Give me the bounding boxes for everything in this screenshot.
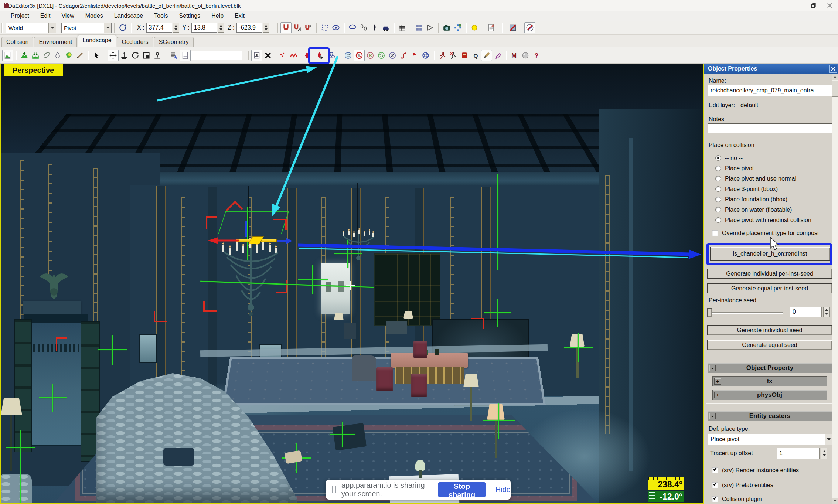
- name-input[interactable]: reichchancellery_cmp_079_main_entra: [708, 85, 832, 96]
- z-coord-spinner[interactable]: [263, 23, 269, 33]
- pin-icon[interactable]: [369, 22, 380, 33]
- viewport-3d[interactable]: W S N E 238.4° -12.0° Perspective: [0, 64, 704, 504]
- water-drop-icon[interactable]: [52, 50, 63, 61]
- generate-individual-seed-button[interactable]: Generate individual seed: [707, 325, 832, 335]
- chevron-down-icon[interactable]: [825, 434, 832, 445]
- radio-place-pivot-normal-label[interactable]: Place pivot and use normal: [725, 176, 796, 182]
- radio-place-foundation-label[interactable]: Place foundation (bbox): [725, 196, 787, 203]
- select-cursor-icon[interactable]: [91, 50, 102, 61]
- render-instance-checkbox[interactable]: [712, 467, 718, 473]
- red-points-icon[interactable]: [277, 50, 288, 61]
- notes-input[interactable]: [708, 123, 832, 133]
- menu-view[interactable]: View: [56, 12, 79, 20]
- gizmo-arrow-right[interactable]: [276, 237, 292, 245]
- menu-landscape[interactable]: Landscape: [109, 12, 149, 20]
- composite-icon[interactable]: [326, 50, 337, 61]
- no-entity-icon[interactable]: [354, 50, 365, 61]
- sphere-wire-icon[interactable]: [420, 50, 431, 61]
- raise-terrain-icon[interactable]: [19, 50, 30, 61]
- grid-blocks-icon[interactable]: [413, 22, 425, 33]
- generate-equal-seed-button[interactable]: Generate equal seed: [707, 340, 832, 350]
- cone-icon[interactable]: [425, 22, 436, 33]
- radio-place-rendinst[interactable]: [715, 217, 721, 223]
- viewport-label[interactable]: Perspective: [4, 64, 63, 76]
- menu-tools[interactable]: Tools: [149, 12, 173, 20]
- entity-x-icon[interactable]: [365, 50, 376, 61]
- panel-close-icon[interactable]: [829, 65, 837, 73]
- radio-place-pivot-label[interactable]: Place pivot: [725, 165, 754, 172]
- seed-value-input[interactable]: 0: [790, 307, 822, 317]
- world-select[interactable]: World: [6, 23, 56, 33]
- object-property-header[interactable]: Object Property: [708, 363, 832, 373]
- object-list-icon[interactable]: [168, 50, 180, 61]
- scroll-thumb[interactable]: [832, 81, 838, 97]
- mask-icon[interactable]: [347, 22, 358, 33]
- toolbar-grip[interactable]: [1, 23, 3, 33]
- menu-help[interactable]: Help: [206, 12, 229, 20]
- card-icon[interactable]: [459, 50, 470, 61]
- radio-place-rendinst-label[interactable]: Place pivot with rendinst collision: [725, 217, 811, 224]
- seed-slider-handle[interactable]: [707, 308, 712, 317]
- tracert-input[interactable]: 1: [777, 448, 820, 459]
- x-coord-spinner[interactable]: [173, 23, 179, 33]
- smooth-terrain-icon[interactable]: [41, 50, 52, 61]
- scroll-up-icon[interactable]: [832, 74, 838, 80]
- tab-environment[interactable]: Environment: [34, 37, 77, 47]
- notes-icon[interactable]: [486, 22, 497, 33]
- override-checkbox[interactable]: [712, 230, 718, 236]
- menu-exit[interactable]: Exit: [229, 12, 250, 20]
- collision-plugin-checkbox[interactable]: [712, 496, 718, 502]
- gizmo-arrow-left[interactable]: [208, 236, 241, 245]
- chevron-down-icon[interactable]: [48, 23, 56, 33]
- select-by-asset-icon[interactable]: [302, 50, 313, 61]
- panel-header[interactable]: Object Properties: [704, 64, 838, 74]
- move-normal-icon[interactable]: [119, 50, 130, 61]
- walker-off-icon[interactable]: [448, 50, 459, 61]
- y-coord-input[interactable]: 13.8: [191, 23, 217, 33]
- generate-individual-per-inst-seed-button[interactable]: Generate individual per-inst-seed: [707, 269, 832, 279]
- footprints-icon[interactable]: [358, 22, 369, 33]
- edit-box-icon[interactable]: [481, 50, 492, 61]
- collapse-button[interactable]: -: [709, 365, 716, 371]
- move-icon[interactable]: [108, 50, 119, 61]
- render-instance-label[interactable]: (srv) Render instance entities: [722, 467, 799, 474]
- tab-occluders[interactable]: Occluders: [117, 37, 153, 47]
- radio-place-water[interactable]: [715, 207, 721, 212]
- free-camera-icon[interactable]: [117, 22, 128, 33]
- walker-icon[interactable]: [437, 50, 448, 61]
- radio-place-3point-label[interactable]: Place 3-point (bbox): [725, 186, 778, 193]
- collapse-entity-casters-button[interactable]: -: [709, 413, 716, 419]
- close-button[interactable]: [822, 0, 838, 11]
- stats-icon[interactable]: [397, 22, 408, 33]
- menu-project[interactable]: Project: [5, 12, 35, 20]
- lower-terrain-icon[interactable]: [30, 50, 41, 61]
- scatter-icon[interactable]: [452, 22, 463, 33]
- drop-on-ground-icon[interactable]: [152, 50, 163, 61]
- gizmo-axis-z[interactable]: [245, 221, 247, 237]
- radio-place-3point[interactable]: [715, 186, 721, 192]
- layers-icon[interactable]: [251, 50, 262, 61]
- bounds-icon[interactable]: [319, 22, 330, 33]
- seed-slider-track[interactable]: [709, 312, 783, 313]
- sun-icon[interactable]: [469, 22, 480, 33]
- scroll-down-icon[interactable]: [832, 498, 838, 504]
- close-selection-icon[interactable]: [262, 50, 273, 61]
- car-icon[interactable]: [380, 22, 391, 33]
- asset-cursor-icon[interactable]: [315, 50, 326, 61]
- radio-no-label[interactable]: -- no --: [725, 155, 743, 161]
- asset-name-button[interactable]: is_chandelier_h_on:rendInst: [710, 247, 830, 261]
- material-icon[interactable]: M: [509, 50, 520, 61]
- red-polyline-icon[interactable]: [288, 50, 299, 61]
- prefab-entities-label[interactable]: (srv) Prefab entities: [722, 482, 773, 488]
- props-page-icon[interactable]: [180, 50, 191, 61]
- entity-z-icon[interactable]: [387, 50, 398, 61]
- magnet-off-icon[interactable]: [303, 22, 314, 33]
- help-icon[interactable]: ?: [531, 50, 542, 61]
- render-off-icon[interactable]: [507, 22, 518, 33]
- expand-fx-button[interactable]: +: [714, 378, 721, 385]
- def-place-type-select[interactable]: Place pivot: [708, 434, 832, 445]
- sphere-icon[interactable]: [520, 50, 531, 61]
- radio-place-pivot[interactable]: [715, 166, 721, 171]
- minimize-button[interactable]: [789, 0, 805, 11]
- panel-scrollbar[interactable]: [832, 74, 838, 504]
